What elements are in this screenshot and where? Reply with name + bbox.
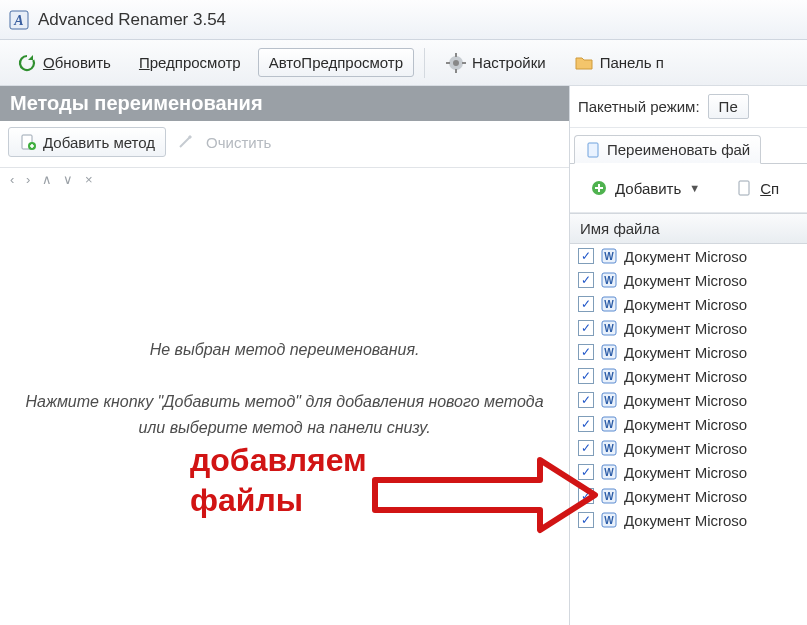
autopreview-label: АвтоПредпросмотр <box>269 54 403 71</box>
file-row[interactable]: WДокумент Microso <box>570 388 807 412</box>
new-file-icon <box>734 178 754 198</box>
checkbox[interactable] <box>578 296 594 312</box>
file-list: WДокумент MicrosoWДокумент MicrosoWДокум… <box>570 244 807 532</box>
title-bar: A Advanced Renamer 3.54 <box>0 0 807 40</box>
checkbox[interactable] <box>578 248 594 264</box>
clear-button[interactable]: Очистить <box>206 134 271 151</box>
word-doc-icon: W <box>600 391 618 409</box>
word-doc-icon: W <box>600 415 618 433</box>
svg-text:W: W <box>604 323 614 334</box>
svg-text:W: W <box>604 371 614 382</box>
app-icon: A <box>8 9 30 31</box>
file-row[interactable]: WДокумент Microso <box>570 508 807 532</box>
add-method-button[interactable]: Добавить метод <box>8 127 166 157</box>
file-name-label: Документ Microso <box>624 392 747 409</box>
main-toolbar: Обновить Предпросмотр АвтоПредпросмотр Н… <box>0 40 807 86</box>
clear-list-button[interactable]: Сп <box>723 172 790 204</box>
word-doc-icon: W <box>600 367 618 385</box>
file-name-label: Документ Microso <box>624 464 747 481</box>
methods-pane: Методы переименования Добавить метод Очи… <box>0 86 570 625</box>
word-doc-icon: W <box>600 343 618 361</box>
placeholder-line1: Не выбран метод переименования. <box>20 341 549 359</box>
checkbox[interactable] <box>578 368 594 384</box>
refresh-icon <box>17 53 37 73</box>
settings-label: Настройки <box>472 54 546 71</box>
refresh-button[interactable]: Обновить <box>6 47 122 79</box>
clear-list-label: Сп <box>760 180 779 197</box>
tab-rename-files[interactable]: Переименовать фай <box>574 135 761 164</box>
files-pane: Пакетный режим: Пе Переименовать фай Доб… <box>570 86 807 625</box>
svg-point-3 <box>453 60 459 66</box>
svg-text:W: W <box>604 251 614 262</box>
svg-text:W: W <box>604 443 614 454</box>
placeholder-line2: Нажмите кнопку "Добавить метод" для доба… <box>20 389 549 440</box>
file-row[interactable]: WДокумент Microso <box>570 412 807 436</box>
wand-icon <box>176 131 196 154</box>
file-row[interactable]: WДокумент Microso <box>570 460 807 484</box>
file-name-label: Документ Microso <box>624 320 747 337</box>
file-name-label: Документ Microso <box>624 512 747 529</box>
word-doc-icon: W <box>600 247 618 265</box>
file-row[interactable]: WДокумент Microso <box>570 244 807 268</box>
toolbar-separator <box>424 48 425 78</box>
methods-toolbar: Добавить метод Очистить <box>0 121 569 168</box>
add-files-button[interactable]: Добавить ▼ <box>578 172 711 204</box>
word-doc-icon: W <box>600 319 618 337</box>
column-filename-header[interactable]: Имя файла <box>570 213 807 244</box>
add-page-icon <box>19 133 37 151</box>
file-name-label: Документ Microso <box>624 368 747 385</box>
methods-header: Методы переименования <box>0 86 569 121</box>
checkbox[interactable] <box>578 344 594 360</box>
checkbox[interactable] <box>578 392 594 408</box>
tab-rename-label: Переименовать фай <box>607 141 750 158</box>
chevron-down-icon: ▼ <box>689 182 700 194</box>
autopreview-toggle[interactable]: АвтоПредпросмотр <box>258 48 414 77</box>
svg-text:W: W <box>604 515 614 526</box>
checkbox[interactable] <box>578 464 594 480</box>
svg-rect-4 <box>455 53 457 57</box>
add-files-label: Добавить <box>615 180 681 197</box>
file-icon <box>585 142 601 158</box>
window-title: Advanced Renamer 3.54 <box>38 10 226 30</box>
svg-rect-12 <box>739 181 749 195</box>
svg-rect-5 <box>455 69 457 73</box>
checkbox[interactable] <box>578 272 594 288</box>
word-doc-icon: W <box>600 439 618 457</box>
file-row[interactable]: WДокумент Microso <box>570 364 807 388</box>
batch-mode-select[interactable]: Пе <box>708 94 749 119</box>
word-doc-icon: W <box>600 295 618 313</box>
preview-button[interactable]: Предпросмотр <box>128 48 252 77</box>
panel-label: Панель п <box>600 54 664 71</box>
file-name-label: Документ Microso <box>624 488 747 505</box>
content-area: Методы переименования Добавить метод Очи… <box>0 86 807 625</box>
svg-text:W: W <box>604 395 614 406</box>
plus-icon <box>589 178 609 198</box>
svg-text:W: W <box>604 419 614 430</box>
file-row[interactable]: WДокумент Microso <box>570 436 807 460</box>
file-row[interactable]: WДокумент Microso <box>570 316 807 340</box>
file-row[interactable]: WДокумент Microso <box>570 340 807 364</box>
file-row[interactable]: WДокумент Microso <box>570 292 807 316</box>
checkbox[interactable] <box>578 488 594 504</box>
svg-rect-6 <box>446 62 450 64</box>
file-toolbar: Добавить ▼ Сп <box>570 164 807 213</box>
file-row[interactable]: WДокумент Microso <box>570 268 807 292</box>
settings-button[interactable]: Настройки <box>435 47 557 79</box>
svg-text:W: W <box>604 299 614 310</box>
svg-text:A: A <box>13 13 23 28</box>
checkbox[interactable] <box>578 440 594 456</box>
svg-text:W: W <box>604 275 614 286</box>
checkbox[interactable] <box>578 512 594 528</box>
svg-rect-7 <box>462 62 466 64</box>
checkbox[interactable] <box>578 416 594 432</box>
svg-text:W: W <box>604 467 614 478</box>
batch-mode-row: Пакетный режим: Пе <box>570 86 807 128</box>
word-doc-icon: W <box>600 511 618 529</box>
file-name-label: Документ Microso <box>624 248 747 265</box>
svg-text:W: W <box>604 347 614 358</box>
panel-button[interactable]: Панель п <box>563 47 675 79</box>
file-row[interactable]: WДокумент Microso <box>570 484 807 508</box>
word-doc-icon: W <box>600 271 618 289</box>
refresh-label: Обновить <box>43 54 111 71</box>
checkbox[interactable] <box>578 320 594 336</box>
